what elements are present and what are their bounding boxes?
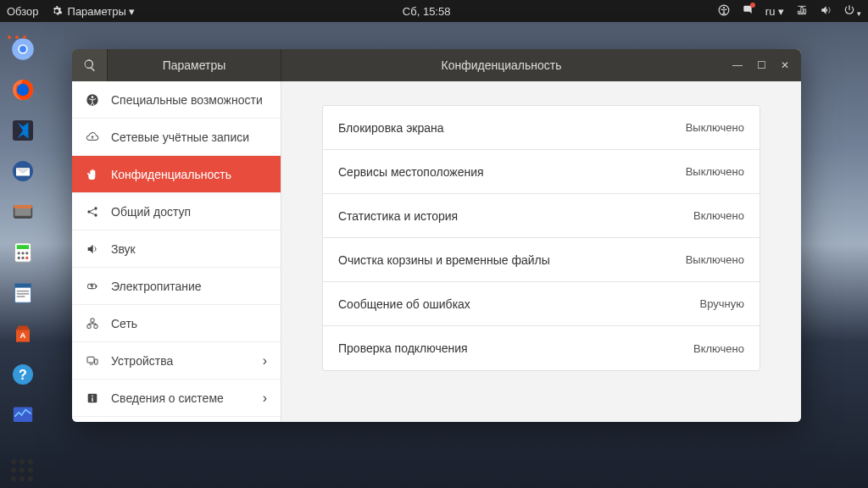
dock-item-writer[interactable]: [6, 276, 40, 310]
row-label: Сервисы местоположения: [338, 165, 484, 179]
row-label: Сообщение об ошибках: [338, 297, 470, 311]
dock-item-calculator[interactable]: [6, 236, 40, 269]
svg-rect-13: [17, 245, 29, 249]
svg-text:A: A: [20, 330, 26, 340]
clock[interactable]: Сб, 15:58: [135, 5, 717, 18]
svg-rect-44: [92, 397, 92, 402]
sidebar-item-power[interactable]: Электропитание: [72, 268, 281, 305]
svg-point-14: [18, 252, 20, 254]
sidebar-item-network[interactable]: Сеть: [72, 305, 281, 342]
cloud-sync-icon: [86, 130, 99, 144]
dock-item-monitor[interactable]: [6, 398, 40, 432]
sidebar-item-label: Электропитание: [111, 280, 202, 293]
window-title: Конфиденциальность: [281, 58, 721, 72]
svg-point-34: [94, 214, 97, 216]
hand-icon: [86, 168, 99, 181]
svg-point-32: [87, 210, 90, 213]
volume-indicator[interactable]: [820, 4, 832, 19]
chevron-right-icon: ›: [263, 353, 267, 369]
activities-button[interactable]: Обзор: [7, 5, 39, 18]
svg-point-17: [18, 257, 20, 259]
row-label: Блокировка экрана: [338, 121, 444, 135]
svg-point-1: [723, 6, 725, 8]
settings-row[interactable]: Статистика и историяВключено: [323, 194, 760, 238]
svg-rect-23: [17, 293, 29, 295]
app-menu-button[interactable]: Параметры ▾: [51, 5, 136, 18]
svg-rect-10: [14, 208, 31, 216]
sidebar-item-sound[interactable]: Звук: [72, 230, 281, 268]
sidebar-title: Параметры: [108, 49, 281, 81]
close-button[interactable]: ✕: [777, 58, 793, 73]
privacy-panel: Блокировка экранаВыключеноСервисы местоп…: [322, 105, 760, 371]
search-button[interactable]: [72, 49, 108, 81]
sidebar-item-hand[interactable]: Конфиденциальность: [72, 156, 281, 193]
sidebar-item-devices[interactable]: Устройства›: [72, 342, 281, 380]
messaging-indicator[interactable]: [742, 4, 754, 19]
row-value: Выключено: [686, 165, 744, 178]
settings-row[interactable]: Сообщение об ошибкахВручную: [323, 282, 760, 326]
sidebar-item-share[interactable]: Общий доступ: [72, 193, 281, 230]
share-icon: [86, 205, 99, 219]
dock-item-thunderbird[interactable]: [6, 154, 40, 188]
svg-rect-39: [91, 319, 94, 322]
svg-rect-11: [14, 205, 32, 208]
svg-point-4: [19, 46, 26, 53]
svg-point-43: [92, 395, 93, 396]
accessibility-indicator[interactable]: [718, 4, 730, 19]
power-indicator[interactable]: ▾: [843, 4, 861, 19]
sidebar-item-label: Сеть: [111, 317, 137, 330]
dock-item-vscode[interactable]: [6, 114, 40, 147]
svg-rect-36: [96, 285, 97, 287]
svg-point-16: [25, 252, 28, 254]
apps-grid-button[interactable]: [6, 454, 40, 488]
svg-point-15: [21, 252, 24, 254]
accessibility-icon: [86, 93, 99, 107]
svg-rect-38: [94, 324, 97, 328]
network-indicator[interactable]: [796, 4, 808, 19]
sidebar-item-info[interactable]: Сведения о системе›: [72, 380, 281, 417]
dock-item-firefox[interactable]: [6, 73, 40, 107]
sidebar-item-label: Специальные возможности: [111, 93, 263, 107]
dock-item-screenshot[interactable]: [6, 195, 40, 229]
settings-window: Параметры Конфиденциальность — ☐ ✕ Специ…: [72, 49, 801, 422]
row-value: Включено: [693, 209, 744, 222]
maximize-button[interactable]: ☐: [754, 58, 769, 73]
content-area: Блокировка экранаВыключеноСервисы местоп…: [281, 81, 801, 422]
sidebar-item-label: Сетевые учётные записи: [111, 130, 249, 144]
svg-point-33: [94, 207, 97, 209]
svg-point-6: [17, 84, 29, 96]
settings-row[interactable]: Блокировка экранаВыключено: [323, 106, 760, 150]
svg-rect-22: [17, 291, 29, 292]
sidebar-item-label: Конфиденциальность: [111, 168, 231, 181]
settings-row[interactable]: Проверка подключенияВключено: [323, 326, 760, 370]
settings-row[interactable]: Сервисы местоположенияВыключено: [323, 150, 760, 194]
svg-text:?: ?: [19, 368, 27, 382]
dock: A ?: [0, 22, 46, 488]
dock-item-software[interactable]: A: [6, 317, 40, 351]
keyboard-layout-indicator[interactable]: ru ▾: [765, 5, 784, 18]
sidebar-item-cloud-sync[interactable]: Сетевые учётные записи: [72, 119, 281, 156]
dock-item-chromium[interactable]: [6, 32, 40, 66]
svg-point-31: [92, 96, 94, 98]
sidebar-item-accessibility[interactable]: Специальные возможности: [72, 81, 281, 119]
grid-icon: [11, 459, 35, 483]
sidebar-item-label: Общий доступ: [111, 205, 191, 219]
row-label: Проверка подключения: [338, 341, 468, 355]
settings-row[interactable]: Очистка корзины и временные файлыВыключе…: [323, 238, 760, 282]
svg-rect-37: [87, 324, 91, 328]
row-value: Включено: [693, 342, 744, 355]
power-icon: [86, 280, 99, 293]
row-label: Статистика и история: [338, 209, 458, 223]
minimize-button[interactable]: —: [730, 58, 745, 73]
search-icon: [83, 58, 97, 72]
row-value: Выключено: [686, 121, 744, 134]
svg-rect-24: [17, 296, 25, 297]
titlebar[interactable]: Параметры Конфиденциальность — ☐ ✕: [72, 49, 801, 81]
network-icon: [86, 317, 99, 330]
chevron-right-icon: ›: [263, 391, 267, 406]
sidebar-item-label: Устройства: [111, 354, 173, 368]
svg-rect-41: [95, 359, 97, 364]
svg-rect-21: [14, 284, 31, 288]
dock-item-help[interactable]: ?: [6, 358, 40, 391]
sidebar-item-label: Звук: [111, 242, 136, 256]
